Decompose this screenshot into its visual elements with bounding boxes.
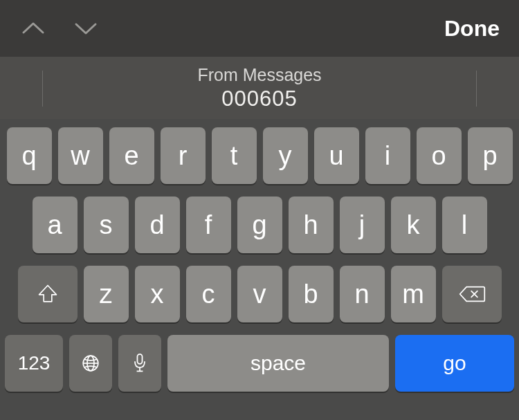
backspace-key[interactable] [442, 266, 502, 322]
autofill-suggestion-bar: From Messages 000605 [0, 57, 519, 119]
keyboard-row-4: 123 space go [5, 335, 514, 392]
key-t[interactable]: t [212, 127, 257, 184]
key-z[interactable]: z [84, 266, 129, 322]
go-key[interactable]: go [395, 335, 514, 392]
autofill-suggestion[interactable]: From Messages 000605 [43, 57, 476, 119]
key-u[interactable]: u [314, 127, 359, 184]
chevron-up-icon [21, 21, 46, 36]
key-j[interactable]: j [340, 197, 385, 253]
row-padding [3, 197, 26, 253]
microphone-icon [132, 353, 147, 374]
key-l[interactable]: l [442, 197, 487, 253]
key-r[interactable]: r [161, 127, 206, 184]
key-q[interactable]: q [7, 127, 52, 184]
shift-icon [36, 284, 60, 304]
svg-rect-3 [137, 354, 142, 364]
key-o[interactable]: o [417, 127, 462, 184]
key-m[interactable]: m [391, 266, 436, 322]
key-h[interactable]: h [289, 197, 334, 253]
prev-field-button[interactable] [19, 15, 47, 42]
key-d[interactable]: d [135, 197, 180, 253]
globe-icon [80, 353, 101, 374]
keyboard-row-3: z x c v b n m [5, 266, 514, 322]
toolbar-nav-group [19, 15, 100, 42]
chevron-down-icon [73, 21, 98, 36]
autofill-code-value: 000605 [221, 86, 297, 111]
key-b[interactable]: b [289, 266, 334, 322]
shift-key[interactable] [18, 266, 78, 322]
keyboard-accessory-toolbar: Done [0, 0, 519, 57]
key-a[interactable]: a [33, 197, 78, 253]
key-n[interactable]: n [340, 266, 385, 322]
number-switch-key[interactable]: 123 [5, 335, 63, 392]
onscreen-keyboard: q w e r t y u i o p a s d f g h j k l z … [0, 119, 519, 399]
suggestion-slot-right[interactable] [476, 57, 519, 119]
keyboard-row-2: a s d f g h j k l [5, 197, 514, 253]
key-k[interactable]: k [391, 197, 436, 253]
done-button[interactable]: Done [444, 16, 500, 42]
key-v[interactable]: v [237, 266, 282, 322]
key-x[interactable]: x [135, 266, 180, 322]
key-s[interactable]: s [84, 197, 129, 253]
globe-key[interactable] [69, 335, 112, 392]
key-y[interactable]: y [263, 127, 308, 184]
next-field-button[interactable] [72, 15, 100, 42]
key-g[interactable]: g [237, 197, 282, 253]
autofill-source-label: From Messages [197, 65, 321, 85]
key-e[interactable]: e [109, 127, 154, 184]
row-padding [493, 197, 516, 253]
keyboard-row-1: q w e r t y u i o p [5, 127, 514, 184]
key-c[interactable]: c [186, 266, 231, 322]
key-i[interactable]: i [365, 127, 410, 184]
backspace-icon [458, 284, 486, 304]
space-key[interactable]: space [167, 335, 389, 392]
dictation-key[interactable] [118, 335, 161, 392]
key-w[interactable]: w [58, 127, 103, 184]
suggestion-slot-left[interactable] [0, 57, 43, 119]
key-f[interactable]: f [186, 197, 231, 253]
key-p[interactable]: p [468, 127, 513, 184]
